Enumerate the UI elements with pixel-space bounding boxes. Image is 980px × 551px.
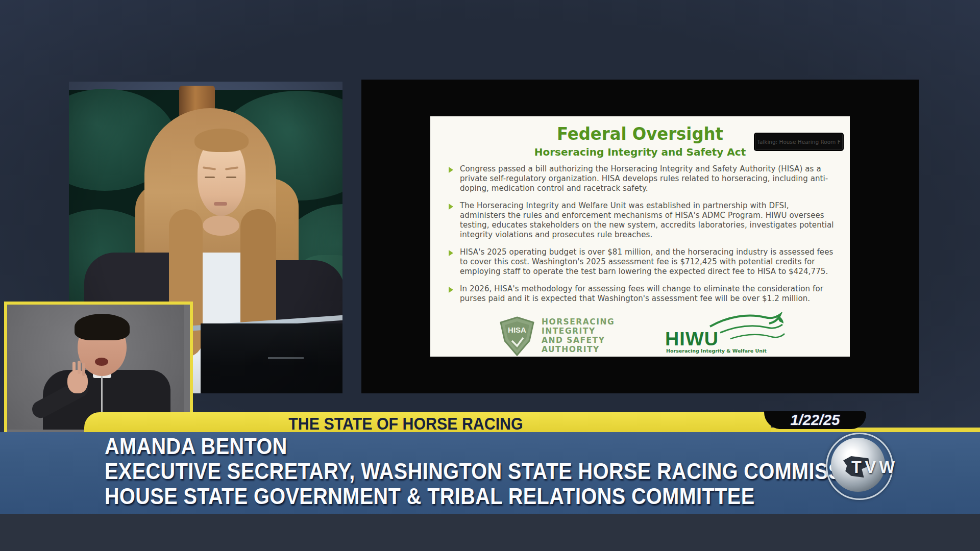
broadcast-frame: Federal Oversight Horseracing Integrity … (0, 0, 980, 551)
hisa-line: AND SAFETY (542, 336, 615, 345)
list-item: Congress passed a bill authorizing the H… (449, 164, 837, 193)
list-item: In 2026, HISA's methodology for assessin… (449, 284, 837, 304)
list-item: The Horseracing Integrity and Welfare Un… (449, 201, 837, 240)
date-badge: 1/22/25 (764, 411, 866, 429)
hiwu-tagline: Horseracing Integrity & Welfare Unit (666, 348, 767, 354)
hiwu-logo-icon: HIWU Horseracing Integrity & Welfare Uni… (665, 314, 788, 357)
program-title-banner: THE STATE OF HORSE RACING (84, 412, 771, 432)
interpreter-mouth (95, 358, 108, 366)
bullet-triangle-icon (449, 204, 453, 210)
interpreter-hand (67, 370, 88, 393)
speaker-name: AMANDA BENTON (105, 434, 287, 459)
interpreter-fingers (72, 362, 76, 375)
bullet-triangle-icon (449, 287, 453, 293)
svg-text:HISA: HISA (508, 325, 526, 334)
hisa-line: AUTHORITY (542, 345, 615, 354)
bullet-text: HISA's 2025 operating budget is over $81… (449, 247, 837, 277)
committee-name: HOUSE STATE GOVERNMENT & TRIBAL RELATION… (105, 484, 755, 509)
hisa-line: INTEGRITY (542, 327, 615, 336)
hisa-line: HORSERACING (542, 317, 615, 327)
speaker-title: EXECUTIVE SECRETARY, WASHINGTON STATE HO… (105, 459, 878, 484)
bullet-triangle-icon (449, 167, 453, 173)
slide-logos-row: HISA HORSERACING INTEGRITY AND SAFETY AU… (430, 314, 850, 357)
slide-bullet-list: Congress passed a bill authorizing the H… (449, 164, 837, 311)
bullet-text: In 2026, HISA's methodology for assessin… (449, 284, 837, 304)
presentation-panel: Federal Oversight Horseracing Integrity … (361, 80, 919, 393)
bullet-text: The Horseracing Integrity and Welfare Un… (449, 201, 837, 240)
tvw-logo-icon: TVW (826, 433, 893, 500)
hisa-shield-icon: HISA (500, 316, 534, 356)
hisa-logo-icon: HISA HORSERACING INTEGRITY AND SAFETY AU… (500, 315, 653, 356)
hiwu-logo-text: HIWU (665, 329, 719, 350)
hisa-logo-text: HORSERACING INTEGRITY AND SAFETY AUTHORI… (542, 317, 615, 354)
interpreter-hair (75, 314, 130, 340)
broadcast-date: 1/22/25 (764, 412, 866, 429)
bullet-triangle-icon (449, 250, 453, 256)
tvw-logo-text: TVW (851, 457, 898, 477)
bullet-text: Congress passed a bill authorizing the H… (449, 164, 837, 193)
talking-status-badge: Talking: House Hearing Room F (755, 134, 843, 150)
list-item: HISA's 2025 operating budget is over $81… (449, 247, 837, 277)
program-title: THE STATE OF HORSE RACING (110, 414, 701, 434)
bottom-background (0, 514, 980, 551)
presentation-slide: Federal Oversight Horseracing Integrity … (430, 116, 850, 357)
